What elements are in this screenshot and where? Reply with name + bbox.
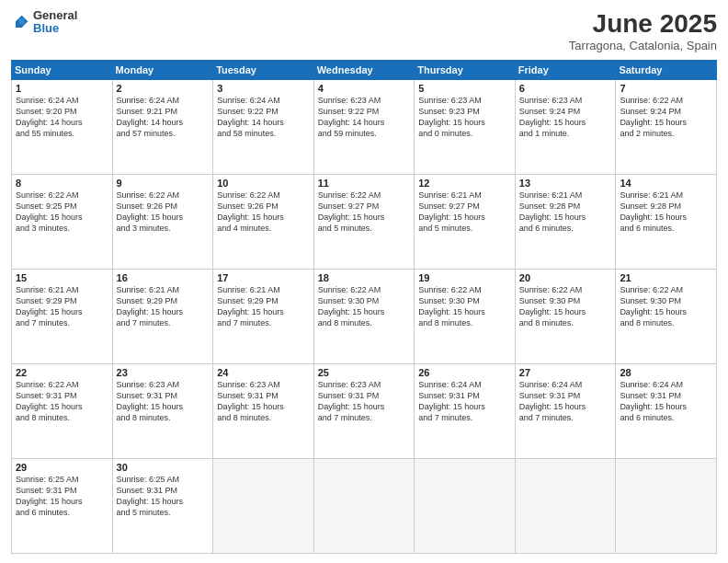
cell-info: Sunrise: 6:23 AM Sunset: 9:31 PM Dayligh… — [217, 379, 310, 424]
header-saturday: Saturday — [616, 61, 717, 80]
day-number: 18 — [318, 272, 411, 283]
table-row: 2Sunrise: 6:24 AM Sunset: 9:21 PM Daylig… — [112, 80, 213, 175]
cell-info: Sunrise: 6:22 AM Sunset: 9:27 PM Dayligh… — [318, 190, 411, 235]
cell-info: Sunrise: 6:22 AM Sunset: 9:31 PM Dayligh… — [16, 379, 108, 424]
table-row: 23Sunrise: 6:23 AM Sunset: 9:31 PM Dayli… — [112, 364, 213, 459]
calendar-table: Sunday Monday Tuesday Wednesday Thursday… — [11, 60, 717, 554]
day-number: 27 — [519, 367, 612, 378]
table-row: 3Sunrise: 6:24 AM Sunset: 9:22 PM Daylig… — [213, 80, 314, 175]
cell-info: Sunrise: 6:22 AM Sunset: 9:24 PM Dayligh… — [620, 95, 712, 140]
logo-text: General Blue — [33, 9, 77, 36]
day-number: 10 — [217, 178, 310, 189]
table-row: 25Sunrise: 6:23 AM Sunset: 9:31 PM Dayli… — [313, 364, 415, 459]
day-number: 20 — [519, 272, 612, 283]
calendar-week-row: 15Sunrise: 6:21 AM Sunset: 9:29 PM Dayli… — [12, 270, 717, 364]
logo: General Blue — [11, 9, 77, 36]
cell-info: Sunrise: 6:21 AM Sunset: 9:29 PM Dayligh… — [117, 284, 210, 329]
day-number: 13 — [519, 178, 612, 189]
day-number: 23 — [117, 367, 210, 378]
cell-info: Sunrise: 6:22 AM Sunset: 9:26 PM Dayligh… — [217, 190, 310, 235]
title-block: June 2025 Tarragona, Catalonia, Spain — [569, 9, 717, 52]
month-title: June 2025 — [569, 9, 717, 39]
cell-info: Sunrise: 6:24 AM Sunset: 9:31 PM Dayligh… — [519, 379, 612, 424]
day-number: 4 — [318, 83, 411, 94]
cell-info: Sunrise: 6:23 AM Sunset: 9:31 PM Dayligh… — [117, 379, 210, 424]
weekday-header-row: Sunday Monday Tuesday Wednesday Thursday… — [12, 61, 717, 80]
cell-info: Sunrise: 6:24 AM Sunset: 9:31 PM Dayligh… — [418, 379, 511, 424]
header-wednesday: Wednesday — [313, 61, 415, 80]
cell-info: Sunrise: 6:22 AM Sunset: 9:30 PM Dayligh… — [418, 284, 511, 329]
table-row: 9Sunrise: 6:22 AM Sunset: 9:26 PM Daylig… — [112, 175, 213, 270]
day-number: 9 — [117, 178, 210, 189]
table-row: 17Sunrise: 6:21 AM Sunset: 9:29 PM Dayli… — [213, 270, 314, 364]
table-row: 15Sunrise: 6:21 AM Sunset: 9:29 PM Dayli… — [12, 270, 113, 364]
table-row — [313, 459, 415, 554]
day-number: 1 — [16, 83, 108, 94]
cell-info: Sunrise: 6:23 AM Sunset: 9:31 PM Dayligh… — [318, 379, 411, 424]
table-row: 11Sunrise: 6:22 AM Sunset: 9:27 PM Dayli… — [313, 175, 415, 270]
cell-info: Sunrise: 6:25 AM Sunset: 9:31 PM Dayligh… — [117, 474, 210, 519]
table-row: 1Sunrise: 6:24 AM Sunset: 9:20 PM Daylig… — [12, 80, 113, 175]
table-row: 13Sunrise: 6:21 AM Sunset: 9:28 PM Dayli… — [515, 175, 616, 270]
table-row: 20Sunrise: 6:22 AM Sunset: 9:30 PM Dayli… — [515, 270, 616, 364]
logo-general: General — [33, 9, 77, 22]
calendar-week-row: 1Sunrise: 6:24 AM Sunset: 9:20 PM Daylig… — [12, 80, 717, 175]
table-row — [515, 459, 616, 554]
location-title: Tarragona, Catalonia, Spain — [569, 39, 717, 52]
cell-info: Sunrise: 6:21 AM Sunset: 9:27 PM Dayligh… — [418, 190, 511, 235]
table-row: 22Sunrise: 6:22 AM Sunset: 9:31 PM Dayli… — [12, 364, 113, 459]
cell-info: Sunrise: 6:21 AM Sunset: 9:29 PM Dayligh… — [217, 284, 310, 329]
header: General Blue June 2025 Tarragona, Catalo… — [11, 9, 717, 52]
day-number: 24 — [217, 367, 310, 378]
table-row: 21Sunrise: 6:22 AM Sunset: 9:30 PM Dayli… — [616, 270, 717, 364]
header-thursday: Thursday — [415, 61, 516, 80]
table-row: 6Sunrise: 6:23 AM Sunset: 9:24 PM Daylig… — [515, 80, 616, 175]
day-number: 12 — [418, 178, 511, 189]
table-row: 29Sunrise: 6:25 AM Sunset: 9:31 PM Dayli… — [12, 459, 113, 554]
day-number: 8 — [16, 178, 108, 189]
day-number: 28 — [620, 367, 712, 378]
table-row: 5Sunrise: 6:23 AM Sunset: 9:23 PM Daylig… — [415, 80, 516, 175]
day-number: 15 — [16, 272, 108, 283]
cell-info: Sunrise: 6:23 AM Sunset: 9:23 PM Dayligh… — [418, 95, 511, 140]
cell-info: Sunrise: 6:24 AM Sunset: 9:21 PM Dayligh… — [117, 95, 210, 140]
day-number: 14 — [620, 178, 712, 189]
cell-info: Sunrise: 6:22 AM Sunset: 9:30 PM Dayligh… — [318, 284, 411, 329]
table-row: 19Sunrise: 6:22 AM Sunset: 9:30 PM Dayli… — [415, 270, 516, 364]
table-row: 7Sunrise: 6:22 AM Sunset: 9:24 PM Daylig… — [616, 80, 717, 175]
day-number: 21 — [620, 272, 712, 283]
day-number: 25 — [318, 367, 411, 378]
cell-info: Sunrise: 6:24 AM Sunset: 9:22 PM Dayligh… — [217, 95, 310, 140]
cell-info: Sunrise: 6:21 AM Sunset: 9:28 PM Dayligh… — [519, 190, 612, 235]
table-row: 10Sunrise: 6:22 AM Sunset: 9:26 PM Dayli… — [213, 175, 314, 270]
day-number: 11 — [318, 178, 411, 189]
calendar-week-row: 22Sunrise: 6:22 AM Sunset: 9:31 PM Dayli… — [12, 364, 717, 459]
cell-info: Sunrise: 6:21 AM Sunset: 9:28 PM Dayligh… — [620, 190, 712, 235]
day-number: 5 — [418, 83, 511, 94]
cell-info: Sunrise: 6:23 AM Sunset: 9:22 PM Dayligh… — [318, 95, 411, 140]
table-row: 18Sunrise: 6:22 AM Sunset: 9:30 PM Dayli… — [313, 270, 415, 364]
table-row — [415, 459, 516, 554]
cell-info: Sunrise: 6:21 AM Sunset: 9:29 PM Dayligh… — [16, 284, 108, 329]
table-row — [213, 459, 314, 554]
table-row: 24Sunrise: 6:23 AM Sunset: 9:31 PM Dayli… — [213, 364, 314, 459]
day-number: 22 — [16, 367, 108, 378]
svg-marker-1 — [18, 18, 25, 25]
calendar-week-row: 8Sunrise: 6:22 AM Sunset: 9:25 PM Daylig… — [12, 175, 717, 270]
logo-blue: Blue — [33, 22, 77, 35]
table-row: 16Sunrise: 6:21 AM Sunset: 9:29 PM Dayli… — [112, 270, 213, 364]
day-number: 2 — [117, 83, 210, 94]
day-number: 30 — [117, 462, 210, 473]
logo-icon — [11, 14, 29, 32]
cell-info: Sunrise: 6:23 AM Sunset: 9:24 PM Dayligh… — [519, 95, 612, 140]
table-row: 8Sunrise: 6:22 AM Sunset: 9:25 PM Daylig… — [12, 175, 113, 270]
table-row: 14Sunrise: 6:21 AM Sunset: 9:28 PM Dayli… — [616, 175, 717, 270]
day-number: 16 — [117, 272, 210, 283]
cell-info: Sunrise: 6:25 AM Sunset: 9:31 PM Dayligh… — [16, 474, 108, 519]
table-row: 12Sunrise: 6:21 AM Sunset: 9:27 PM Dayli… — [415, 175, 516, 270]
cell-info: Sunrise: 6:22 AM Sunset: 9:26 PM Dayligh… — [117, 190, 210, 235]
table-row: 27Sunrise: 6:24 AM Sunset: 9:31 PM Dayli… — [515, 364, 616, 459]
cell-info: Sunrise: 6:22 AM Sunset: 9:25 PM Dayligh… — [16, 190, 108, 235]
header-sunday: Sunday — [12, 61, 113, 80]
header-tuesday: Tuesday — [213, 61, 314, 80]
